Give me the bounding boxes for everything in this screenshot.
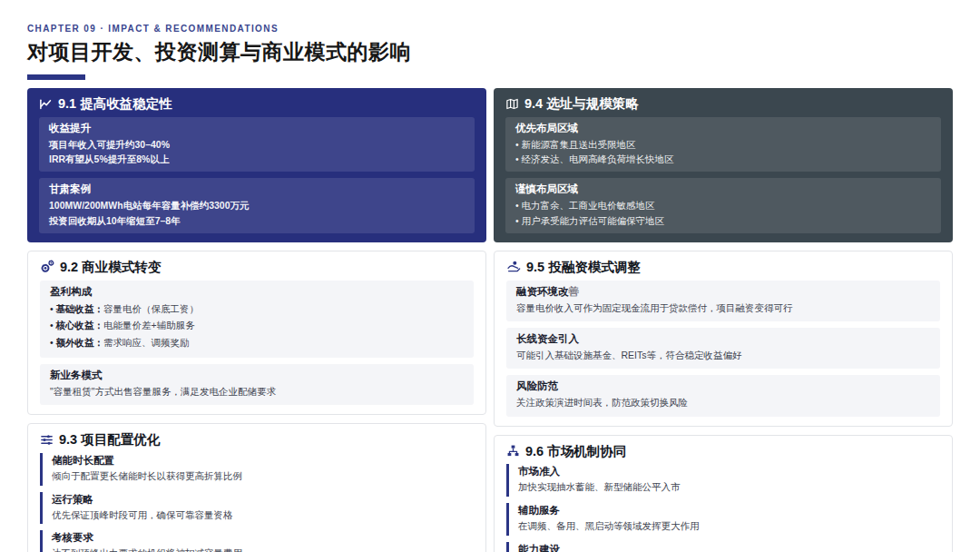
card-9-4-siting-strategy: 9.4 选址与规模策略 优先布局区域 新能源富集且送出受限地区 经济发达、电网高… (494, 88, 953, 242)
left-column: 9.1 提高收益稳定性 收益提升 项目年收入可提升约30–40% IRR有望从5… (27, 88, 486, 552)
chapter-eyebrow: CHAPTER 09 · IMPACT & RECOMMENDATIONS (27, 24, 953, 34)
panel-heading: 谨慎布局区域 (515, 182, 931, 196)
card-9-4-title-row: 9.4 选址与规模策略 (505, 95, 941, 113)
card-9-2-business-model: 9.2 商业模式转变 盈利构成 基础收益：容量电价（保底工资） 核心收益：电能量… (27, 251, 486, 415)
region-item: 经济发达、电网高峰负荷增长快地区 (515, 152, 931, 166)
item-heading: 考核要求 (52, 531, 474, 545)
panel-longterm-capital: 长线资金引入 可能引入基础设施基金、REITs等，符合稳定收益偏好 (506, 328, 940, 369)
item-market-access: 市场准入 加快实现抽水蓄能、新型储能公平入市 (506, 464, 940, 497)
panel-text: 关注政策演进时间表，防范政策切换风险 (516, 395, 930, 409)
panel-text: "容量租赁"方式出售容量服务，满足发电企业配储要求 (50, 384, 464, 399)
panel-heading: 长线资金引入 (516, 332, 930, 346)
panel-revenue-boost: 收益提升 项目年收入可提升约30–40% IRR有望从5%提升至8%以上 (39, 117, 475, 172)
card-9-1-revenue-stability: 9.1 提高收益稳定性 收益提升 项目年收入可提升约30–40% IRR有望从5… (27, 88, 486, 242)
hand-coin-icon (506, 260, 521, 274)
card-9-3-project-config: 9.3 项目配置优化 储能时长配置 倾向于配置更长储能时长以获得更高折算比例 运… (27, 423, 486, 552)
profit-list: 基础收益：容量电价（保底工资） 核心收益：电能量价差+辅助服务 额外收益：需求响… (50, 301, 464, 351)
profit-text: 容量电价（保底工资） (103, 303, 199, 314)
panel-line: 投资回收期从10年缩短至7–8年 (49, 213, 465, 228)
card-title-label: 9.5 投融资模式调整 (526, 259, 641, 276)
item-capability-building: 能力建设 提高技术水平和运营能力，优化控制系统 (506, 542, 940, 552)
panel-line: 100MW/200MWh电站每年容量补偿约3300万元 (49, 198, 465, 212)
card-9-3-title-row: 9.3 项目配置优化 (40, 431, 474, 448)
card-9-6-market-mechanism: 9.6 市场机制协同 市场准入 加快实现抽水蓄能、新型储能公平入市 辅助服务 在… (494, 435, 953, 552)
card-title-label: 9.2 商业模式转变 (60, 259, 161, 276)
card-title-label: 9.1 提高收益稳定性 (58, 95, 172, 113)
card-9-5-title-row: 9.5 投融资模式调整 (506, 259, 940, 276)
item-text: 倾向于配置更长储能时长以获得更高折算比例 (52, 469, 474, 484)
panel-heading: 融资环境改善 (516, 285, 930, 299)
map-pin-icon (505, 97, 519, 111)
panel-text: 可能引入基础设施基金、REITs等，符合稳定收益偏好 (516, 348, 930, 362)
slide-page: CHAPTER 09 · IMPACT & RECOMMENDATIONS 对项… (0, 0, 980, 552)
profit-item: 核心收益：电能量价差+辅助服务 (50, 317, 464, 334)
region-list: 新能源富集且送出受限地区 经济发达、电网高峰负荷增长快地区 (515, 137, 931, 167)
item-ancillary-services: 辅助服务 在调频、备用、黑启动等领域发挥更大作用 (506, 503, 940, 536)
panel-heading: 盈利构成 (50, 285, 464, 299)
card-9-1-title-row: 9.1 提高收益稳定性 (39, 95, 475, 113)
panel-profit-structure: 盈利构成 基础收益：容量电价（保底工资） 核心收益：电能量价差+辅助服务 额外收… (40, 281, 474, 358)
item-text: 在调频、备用、黑启动等领域发挥更大作用 (518, 519, 940, 534)
profit-item: 基础收益：容量电价（保底工资） (50, 301, 464, 318)
page-title: 对项目开发、投资测算与商业模式的影响 (27, 38, 953, 66)
panel-text: 容量电价收入可作为固定现金流用于贷款偿付，项目融资变得可行 (516, 301, 930, 315)
panel-heading: 甘肃案例 (49, 182, 465, 196)
panel-financing-environment: 融资环境改善 容量电价收入可作为固定现金流用于贷款偿付，项目融资变得可行 (506, 281, 940, 321)
region-list: 电力富余、工商业电价敏感地区 用户承受能力评估可能偏保守地区 (515, 198, 931, 228)
item-operation-strategy: 运行策略 优先保证顶峰时段可用，确保可靠容量资格 (40, 492, 474, 525)
profit-item: 额外收益：需求响应、调频奖励 (50, 334, 464, 351)
panel-heading: 风险防范 (516, 380, 930, 393)
item-heading: 能力建设 (518, 543, 940, 552)
item-text: 优先保证顶峰时段可用，确保可靠容量资格 (52, 508, 474, 523)
panel-heading: 收益提升 (49, 122, 465, 135)
sitemap-icon (506, 444, 520, 458)
item-heading: 运行策略 (52, 493, 474, 507)
panel-line: 项目年收入可提升约30–40% (49, 137, 465, 152)
region-item: 电力富余、工商业电价敏感地区 (515, 198, 931, 212)
panel-risk-prevention: 风险防范 关注政策演进时间表，防范政策切换风险 (506, 375, 940, 416)
card-title-label: 9.4 选址与规模策略 (524, 95, 639, 113)
sliders-icon (40, 433, 54, 447)
panel-cautious-regions: 谨慎布局区域 电力富余、工商业电价敏感地区 用户承受能力评估可能偏保守地区 (505, 178, 941, 233)
panel-gansu-case: 甘肃案例 100MW/200MWh电站每年容量补偿约3300万元 投资回收期从1… (39, 178, 475, 233)
item-heading: 市场准入 (518, 465, 940, 478)
card-grid: 9.1 提高收益稳定性 收益提升 项目年收入可提升约30–40% IRR有望从5… (27, 88, 953, 552)
item-assessment-requirement: 考核要求 达不到顶峰出力要求的机组将被扣减容量费用 (40, 530, 474, 552)
item-heading: 辅助服务 (518, 504, 940, 518)
item-text: 加快实现抽水蓄能、新型储能公平入市 (518, 480, 940, 495)
panel-priority-regions: 优先布局区域 新能源富集且送出受限地区 经济发达、电网高峰负荷增长快地区 (505, 117, 941, 172)
panel-heading: 新业务模式 (50, 369, 464, 382)
card-9-2-title-row: 9.2 商业模式转变 (40, 259, 474, 276)
chart-line-icon (39, 97, 53, 111)
profit-lead: 核心收益： (56, 320, 104, 330)
region-item: 用户承受能力评估可能偏保守地区 (515, 213, 931, 228)
card-9-6-title-row: 9.6 市场机制协同 (506, 443, 940, 460)
panel-line: IRR有望从5%提升至8%以上 (49, 152, 465, 166)
right-column: 9.4 选址与规模策略 优先布局区域 新能源富集且送出受限地区 经济发达、电网高… (494, 88, 953, 552)
panel-new-business-model: 新业务模式 "容量租赁"方式出售容量服务，满足发电企业配储要求 (40, 364, 474, 405)
item-storage-duration: 储能时长配置 倾向于配置更长储能时长以获得更高折算比例 (40, 453, 474, 486)
item-heading: 储能时长配置 (52, 454, 474, 468)
region-item: 新能源富集且送出受限地区 (515, 137, 931, 152)
title-underline (27, 74, 85, 80)
card-9-5-financing-adjustment: 9.5 投融资模式调整 融资环境改善 容量电价收入可作为固定现金流用于贷款偿付，… (494, 251, 953, 427)
item-text: 达不到顶峰出力要求的机组将被扣减容量费用 (52, 547, 474, 552)
profit-text: 电能量价差+辅助服务 (103, 320, 195, 330)
panel-heading: 优先布局区域 (515, 122, 931, 135)
profit-lead: 基础收益： (56, 303, 104, 314)
profit-lead: 额外收益： (56, 337, 104, 348)
profit-text: 需求响应、调频奖励 (103, 337, 190, 348)
card-title-label: 9.3 项目配置优化 (59, 431, 160, 448)
gears-icon (40, 260, 54, 274)
card-title-label: 9.6 市场机制协同 (525, 443, 626, 460)
